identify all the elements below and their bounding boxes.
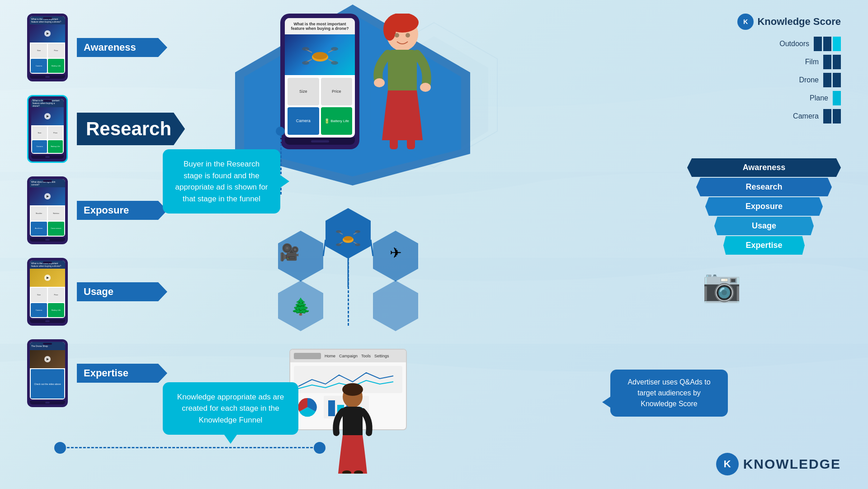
bar-seg [833, 55, 841, 69]
person-dashboard-svg [326, 383, 380, 474]
funnel-item-awareness: Awareness [687, 158, 841, 177]
grid-cell-e2: Skeleton [48, 206, 64, 221]
phone-screen-exposure: What does the right skin consist? ▶ Shou… [30, 179, 65, 237]
grid-camera: Camera [288, 107, 319, 135]
funnel-item-research: Research [696, 178, 832, 196]
play-button-icon: ▶ [44, 30, 51, 37]
grid-cell-price: Price [48, 43, 64, 58]
stage-banner-research: Research [77, 113, 185, 145]
phone-screen-header-usage: What is the most important feature when … [30, 261, 65, 269]
grid-cell-size-r: Size [32, 126, 47, 139]
svg-point-21 [374, 78, 385, 87]
center-phone-screen: What is the most important feature when … [285, 18, 355, 138]
grid-battery: 🔋Battery Life [321, 107, 353, 135]
svg-marker-29 [373, 280, 418, 331]
score-bar-drone [823, 73, 841, 87]
phone-item-exposure: What does the right skin consist? ▶ Shou… [27, 176, 185, 244]
phone-mockup-expertise: The Drone Shop ▶ Check out the video abo… [27, 339, 68, 407]
dot-bottom-left [54, 442, 66, 454]
phone-screen-header-expertise: The Drone Shop [30, 342, 65, 350]
funnel-panel: Awareness Research Exposure Usage Expert… [687, 158, 841, 255]
svg-point-19 [406, 33, 410, 38]
knowledge-callout: Knowledge appropriate ads are created fo… [163, 382, 298, 435]
phone-home-button [45, 76, 50, 78]
phone-screen-grid-research: Size Price Camera Battery Life [31, 125, 64, 154]
phone-screen-grid-expertise: Check out the video above [30, 368, 65, 399]
funnel-item-exposure: Exposure [705, 197, 823, 216]
phone-screen-header-exposure: What does the right skin consist? [30, 179, 65, 187]
phones-panel: What is the most important feature when … [27, 14, 185, 407]
play-button-icon-exposure: ▶ [44, 193, 51, 199]
phone-screen-image-expertise: ▶ [30, 350, 65, 368]
phone-screen-grid-exposure: Shoulder Skeleton Accelerom. Canon amoun… [30, 205, 65, 237]
grid-cell-price-r: Price [48, 126, 63, 139]
score-row-camera: Camera [783, 109, 841, 123]
svg-point-42 [336, 230, 341, 233]
phone-screen-image: ▶ [30, 24, 65, 43]
phone-screen-awareness: What is the most important feature when … [30, 16, 65, 74]
dot-center-mid [276, 127, 285, 136]
research-callout: Buyer in the Research stage is found and… [163, 149, 280, 214]
knowledge-score-panel: K Knowledge Score Outdoors Film Drone [737, 14, 841, 123]
center-phone-home-button [311, 140, 329, 142]
center-phone-question: What is the most important feature when … [285, 18, 355, 34]
grid-cell-u2: Price [48, 288, 64, 302]
bar-seg [833, 73, 841, 87]
knowledge-score-header: K Knowledge Score [737, 14, 841, 30]
score-bar-plane [833, 91, 841, 105]
phone-mockup-awareness: What is the most important feature when … [27, 14, 68, 81]
funnel-item-usage: Usage [714, 217, 814, 235]
grid-cell-battery: Battery Life [48, 59, 64, 73]
svg-rect-24 [407, 131, 415, 149]
bar-seg [833, 91, 841, 105]
svg-point-12 [331, 47, 338, 51]
center-phone-mockup: What is the most important feature when … [280, 14, 359, 149]
center-phone-drone-image [285, 34, 355, 75]
phone-bottom-bar [30, 75, 65, 79]
dashboard-logo-bar [294, 353, 321, 359]
score-bar-outdoors [814, 37, 841, 51]
tree-icon-text: 🌲 [291, 297, 311, 316]
grid-cell-battery-r: Battery Life [48, 140, 63, 153]
phone-bottom-bar-research [31, 155, 64, 159]
callout-arrow-left [602, 397, 610, 408]
grid-size: Size [288, 78, 319, 105]
svg-point-44 [336, 243, 341, 246]
dashboard-nav-settings: Settings [374, 354, 389, 358]
bar-seg [833, 109, 841, 123]
svg-point-5 [313, 52, 327, 59]
grid-cell-u4: Battery Life [48, 303, 64, 318]
svg-point-54 [342, 383, 363, 396]
center-phone-home-bar [285, 138, 355, 145]
svg-line-31 [371, 240, 373, 256]
grid-cell-camera-r: Camera [32, 140, 47, 153]
bar-seg [823, 109, 831, 123]
grid-cell-e3: Accelerom. [31, 222, 47, 236]
phone-bottom-bar-usage [30, 319, 65, 323]
score-label-camera: Camera [783, 112, 819, 120]
knowledge-bottom-logo: K KNOWLEDGE [716, 453, 841, 475]
svg-point-13 [302, 61, 309, 65]
phone-bottom-bar-exposure [30, 238, 65, 242]
dashboard-nav: Home Campaign Tools Settings [290, 350, 406, 362]
phone-screen-usage: What is the most important feature when … [30, 261, 65, 318]
phone-mockup-exposure: What does the right skin consist? ▶ Shou… [27, 176, 68, 244]
phone-item-usage: What is the most important feature when … [27, 258, 185, 326]
score-row-outdoors: Outdoors [773, 37, 841, 51]
score-label-film: Film [783, 58, 819, 66]
grid-cell-size: Size [31, 43, 47, 58]
plane-icon-text: ✈ [390, 245, 402, 261]
person-figure [366, 14, 439, 156]
phone-home-button-expertise [45, 402, 50, 404]
callout-arrow-right [280, 175, 289, 188]
stage-banner-usage: Usage [77, 282, 167, 301]
phone-item-expertise: The Drone Shop ▶ Check out the video abo… [27, 339, 185, 407]
phone-home-button-research [45, 156, 50, 158]
dashed-line-vertical-center [348, 258, 349, 326]
phone-item-awareness: What is the most important feature when … [27, 14, 185, 81]
svg-point-43 [355, 230, 360, 233]
grid-cell-camera: Camera [31, 59, 47, 73]
grid-cell-e4: Canon amount [48, 222, 64, 236]
person-svg [366, 14, 439, 154]
phone-screen-image-research: ▶ [31, 107, 64, 125]
